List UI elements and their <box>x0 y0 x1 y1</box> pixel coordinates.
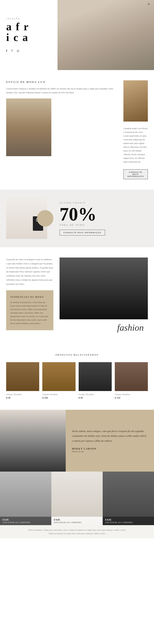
product-image-2 <box>42 362 75 391</box>
bottom-item-2: $ 9.95 Adicionar ao carrinho <box>51 472 103 525</box>
footer-text: Texto de amostra. Clique para selecionar… <box>0 525 154 538</box>
product-label-2: Sample Headline <box>42 393 75 396</box>
product-item: Sample Headline $ 90 <box>79 362 112 400</box>
bottom-overlay-2: $ 9.95 Adicionar ao carrinho <box>51 517 103 525</box>
quote-role: Diretor de arte <box>72 450 148 452</box>
social-links: f 𝕏 ⊙ <box>6 49 51 53</box>
fashion-title: ESTILO DE MODA LUX <box>6 80 117 84</box>
quote-section: Vocês sabem, meus amigos, com que farra … <box>0 410 154 472</box>
editorial-left: A questão de como os designers veem as m… <box>6 258 53 333</box>
fashion-left-text: Gustavossim começou a modelar localmente… <box>6 87 117 94</box>
quote-author: MIKKY LARSON <box>72 447 148 450</box>
product-item: Sample Headline $ 200 <box>42 362 75 400</box>
product-label-3: Sample Headline <box>79 393 112 396</box>
bottom-item-1: $ 9.95 Adicionar ao carrinho <box>0 472 51 525</box>
bottom-price-3: $ 9.95 <box>105 518 152 522</box>
editorial-right: fashion <box>60 258 148 333</box>
bottom-grid: $ 9.95 Adicionar ao carrinho $ 9.95 Adic… <box>0 472 154 525</box>
fashion-section: ESTILO DE MODA LUX Gustavossim começou a… <box>0 70 154 190</box>
quote-content: Vocês sabem, meus amigos, com que farra … <box>66 410 154 472</box>
editorial-section: A questão de como os designers veem as m… <box>0 247 154 343</box>
hero-image <box>58 0 154 70</box>
product-image-3 <box>79 362 112 391</box>
bottom-action-2[interactable]: Adicionar ao carrinho <box>54 522 100 524</box>
twitter-icon[interactable]: 𝕏 <box>11 49 13 53</box>
quote-portrait-image <box>0 410 66 472</box>
instagram-icon[interactable]: ⊙ <box>17 49 19 53</box>
sale-circle-decoration <box>37 210 53 226</box>
editorial-text: A questão de como os designers veem as m… <box>6 258 53 286</box>
collection-label: COLEÇÃO <box>6 18 51 20</box>
product-label-4: Sample Headline <box>115 393 148 396</box>
bottom-overlay-1: $ 9.95 Adicionar ao carrinho <box>0 517 51 525</box>
menu-icon[interactable]: ≡ <box>148 2 150 6</box>
sale-consulte-button[interactable]: CONSULTE MAIS INFORMAÇÃO <box>60 230 105 236</box>
bottom-price-2: $ 9.95 <box>54 518 100 522</box>
quote-text: Vocês sabem, meus amigos, com que farra … <box>72 429 148 443</box>
product-item: Sample Headline $ 90 <box>6 362 39 400</box>
bottom-item-3: $ 9.95 Adicionar ao carrinho <box>103 472 154 525</box>
product-item: Sample Headline $ 250 <box>115 362 148 400</box>
facebook-icon[interactable]: f <box>6 49 7 53</box>
tendencias-text: Os desfiles de primavera e verão deste a… <box>10 300 49 325</box>
product-price-4: $ 250 <box>115 396 148 400</box>
product-price-2: $ 200 <box>42 396 75 400</box>
hero-title: a f r i c a <box>6 22 51 43</box>
product-image-4 <box>115 362 148 391</box>
bottom-overlay-3: $ 9.95 Adicionar ao carrinho <box>103 517 154 525</box>
bottom-price-1: $ 9.95 <box>2 518 49 522</box>
bottom-action-3[interactable]: Adicionar ao carrinho <box>105 522 152 524</box>
fashion-editorial-text: Canadian model Coco Rocha is featured on… <box>123 127 148 164</box>
product-image-1 <box>6 362 39 391</box>
products-title: PRODUTOS RELACIONADOS <box>6 354 148 356</box>
tendencias-box: TENDÊNCIAS DA MODA Os desfiles de primav… <box>6 290 53 330</box>
consulte-button[interactable]: CONSULTE MAIS INFORMAÇÃO <box>123 169 148 179</box>
editorial-portrait-image <box>60 258 148 319</box>
hero-section: COLEÇÃO a f r i c a f 𝕏 ⊙ <box>0 0 154 70</box>
product-price-1: $ 90 <box>6 396 39 400</box>
products-grid: Sample Headline $ 90 Sample Headline $ 2… <box>6 362 148 400</box>
tendencias-title: TENDÊNCIAS DA MODA <box>10 296 49 298</box>
fashion-script: fashion <box>60 322 148 333</box>
fashion-editorial-image <box>123 80 148 122</box>
fora-de-tudo-label: FORA DE TUDO <box>60 224 148 226</box>
product-label-1: Sample Headline <box>6 393 39 396</box>
fashion-left-column: ESTILO DE MODA LUX Gustavossim começou a… <box>6 80 117 179</box>
product-price-3: $ 90 <box>79 396 112 400</box>
bottom-action-1[interactable]: Adicionar ao carrinho <box>2 522 49 524</box>
hero-left: COLEÇÃO a f r i c a f 𝕏 ⊙ <box>0 0 58 70</box>
ultima-chance-label: ÚLTIMA CHANCE <box>60 202 148 204</box>
products-section: PRODUTOS RELACIONADOS Sample Headline $ … <box>0 343 154 410</box>
sale-content: ÚLTIMA CHANCE 70% FORA DE TUDO CONSULTE … <box>47 202 148 236</box>
fashion-portrait-image <box>6 98 51 156</box>
sale-section: ÚLTIMA CHANCE 70% FORA DE TUDO CONSULTE … <box>0 190 154 247</box>
sale-percent: 70% <box>60 205 148 224</box>
fashion-center-column: Canadian model Coco Rocha is featured on… <box>123 80 148 179</box>
